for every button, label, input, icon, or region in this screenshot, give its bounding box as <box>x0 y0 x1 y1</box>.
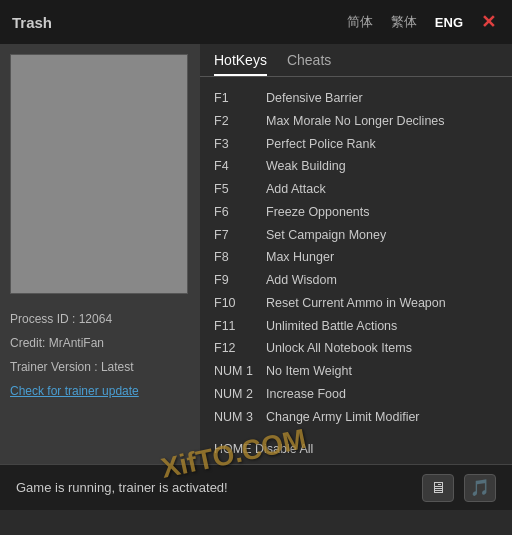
hotkey-row-13: NUM 2Increase Food <box>214 383 498 406</box>
monitor-icon[interactable]: 🖥 <box>422 474 454 502</box>
hotkey-desc-13: Increase Food <box>266 385 346 404</box>
hotkey-row-7: F8Max Hunger <box>214 246 498 269</box>
hotkey-row-9: F10Reset Current Ammo in Weapon <box>214 292 498 315</box>
lang-simplified[interactable]: 简体 <box>343 11 377 33</box>
hotkeys-list: F1Defensive BarrierF2Max Morale No Longe… <box>200 77 512 434</box>
hotkey-key-8: F9 <box>214 271 266 290</box>
hotkey-desc-8: Add Wisdom <box>266 271 337 290</box>
hotkey-key-7: F8 <box>214 248 266 267</box>
hotkey-key-12: NUM 1 <box>214 362 266 381</box>
tab-hotkeys[interactable]: HotKeys <box>214 52 267 76</box>
hotkey-desc-7: Max Hunger <box>266 248 334 267</box>
hotkey-key-14: NUM 3 <box>214 408 266 427</box>
home-disable-all: HOME Disable All <box>200 434 512 464</box>
hotkey-desc-12: No Item Weight <box>266 362 352 381</box>
status-bar: Game is running, trainer is activated! 🖥… <box>0 464 512 510</box>
hotkey-key-13: NUM 2 <box>214 385 266 404</box>
hotkey-row-1: F2Max Morale No Longer Declines <box>214 110 498 133</box>
close-button[interactable]: ✕ <box>477 11 500 33</box>
hotkey-key-0: F1 <box>214 89 266 108</box>
hotkey-key-2: F3 <box>214 135 266 154</box>
hotkey-desc-1: Max Morale No Longer Declines <box>266 112 445 131</box>
app-title: Trash <box>12 14 52 31</box>
lang-traditional[interactable]: 繁体 <box>387 11 421 33</box>
status-text: Game is running, trainer is activated! <box>16 480 228 495</box>
right-panel: HotKeys Cheats F1Defensive BarrierF2Max … <box>200 44 512 464</box>
process-id-label: Process ID : 12064 <box>10 312 190 326</box>
tab-cheats[interactable]: Cheats <box>287 52 331 76</box>
hotkey-key-5: F6 <box>214 203 266 222</box>
check-update-link[interactable]: Check for trainer update <box>10 384 190 398</box>
hotkey-desc-2: Perfect Police Rank <box>266 135 376 154</box>
hotkey-row-11: F12Unlock All Notebook Items <box>214 337 498 360</box>
hotkey-desc-14: Change Army Limit Modifier <box>266 408 420 427</box>
hotkey-key-4: F5 <box>214 180 266 199</box>
hotkey-desc-6: Set Campaign Money <box>266 226 386 245</box>
tab-bar: HotKeys Cheats <box>200 44 512 77</box>
main-layout: Process ID : 12064 Credit: MrAntiFan Tra… <box>0 44 512 464</box>
hotkey-key-3: F4 <box>214 157 266 176</box>
hotkey-row-3: F4Weak Building <box>214 155 498 178</box>
hotkey-desc-11: Unlock All Notebook Items <box>266 339 412 358</box>
hotkey-desc-9: Reset Current Ammo in Weapon <box>266 294 446 313</box>
hotkey-desc-3: Weak Building <box>266 157 346 176</box>
hotkey-key-11: F12 <box>214 339 266 358</box>
hotkey-row-4: F5Add Attack <box>214 178 498 201</box>
hotkey-row-5: F6Freeze Opponents <box>214 201 498 224</box>
hotkey-row-0: F1Defensive Barrier <box>214 87 498 110</box>
hotkey-row-14: NUM 3Change Army Limit Modifier <box>214 406 498 429</box>
hotkey-desc-0: Defensive Barrier <box>266 89 363 108</box>
hotkey-key-10: F11 <box>214 317 266 336</box>
hotkey-desc-10: Unlimited Battle Actions <box>266 317 397 336</box>
hotkey-row-10: F11Unlimited Battle Actions <box>214 315 498 338</box>
trainer-version-label: Trainer Version : Latest <box>10 360 190 374</box>
language-controls: 简体 繁体 ENG ✕ <box>343 11 500 33</box>
hotkey-row-12: NUM 1No Item Weight <box>214 360 498 383</box>
game-image <box>10 54 188 294</box>
status-icons: 🖥 🎵 <box>422 474 496 502</box>
hotkey-key-9: F10 <box>214 294 266 313</box>
sidebar: Process ID : 12064 Credit: MrAntiFan Tra… <box>0 44 200 464</box>
hotkey-key-6: F7 <box>214 226 266 245</box>
hotkey-desc-5: Freeze Opponents <box>266 203 370 222</box>
hotkey-row-2: F3Perfect Police Rank <box>214 133 498 156</box>
hotkey-row-6: F7Set Campaign Money <box>214 224 498 247</box>
title-bar: Trash 简体 繁体 ENG ✕ <box>0 0 512 44</box>
hotkey-desc-4: Add Attack <box>266 180 326 199</box>
music-icon[interactable]: 🎵 <box>464 474 496 502</box>
hotkey-row-8: F9Add Wisdom <box>214 269 498 292</box>
lang-english[interactable]: ENG <box>431 13 467 32</box>
hotkey-key-1: F2 <box>214 112 266 131</box>
credit-label: Credit: MrAntiFan <box>10 336 190 350</box>
